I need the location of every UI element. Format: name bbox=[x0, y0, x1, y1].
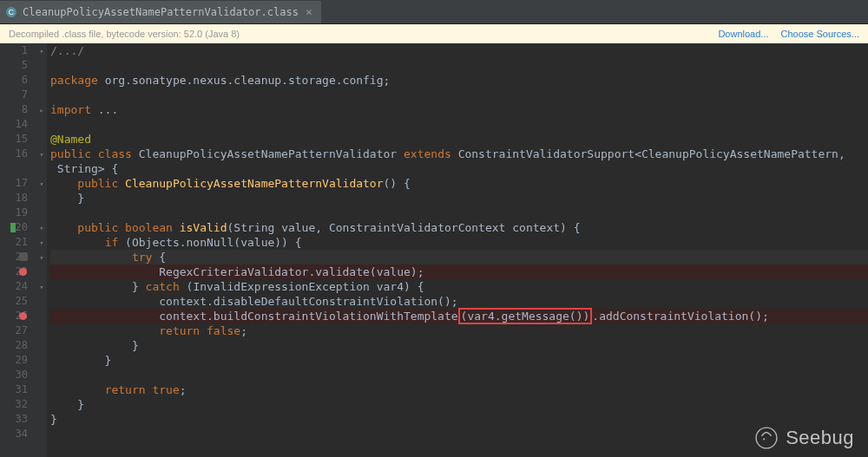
decompiled-banner: Decompiled .class file, bytecode version… bbox=[0, 24, 868, 43]
code-line[interactable] bbox=[50, 58, 868, 73]
code-line[interactable]: context.disableDefaultConstraintViolatio… bbox=[50, 294, 868, 309]
code-line[interactable]: return true; bbox=[50, 382, 868, 397]
fold-gutter[interactable] bbox=[36, 43, 47, 457]
code-line[interactable]: RegexCriteriaValidator.validate(value); bbox=[50, 264, 868, 279]
banner-text: Decompiled .class file, bytecode version… bbox=[9, 29, 240, 39]
line-number-gutter: 1567814151617181920212223242526272829303… bbox=[0, 43, 36, 457]
svg-point-3 bbox=[763, 438, 765, 440]
code-line[interactable]: context.buildConstraintViolationWithTemp… bbox=[50, 309, 868, 323]
download-link[interactable]: Download... bbox=[718, 29, 768, 39]
code-line[interactable] bbox=[50, 117, 868, 132]
code-line[interactable]: String> { bbox=[50, 161, 868, 176]
choose-sources-link[interactable]: Choose Sources... bbox=[781, 29, 860, 39]
close-icon[interactable]: × bbox=[304, 7, 314, 17]
seebug-watermark: Seebug bbox=[754, 426, 854, 450]
code-line[interactable]: } bbox=[50, 353, 868, 368]
code-line[interactable]: public boolean isValid(String value, Con… bbox=[50, 220, 868, 235]
code-line[interactable] bbox=[50, 88, 868, 102]
code-line[interactable]: return false; bbox=[50, 323, 868, 338]
code-line[interactable]: } bbox=[50, 412, 868, 427]
code-line[interactable]: @Named bbox=[50, 132, 868, 147]
code-line[interactable]: /.../ bbox=[50, 43, 868, 58]
code-line[interactable]: } bbox=[50, 338, 868, 353]
code-line[interactable]: } catch (InvalidExpressionException var4… bbox=[50, 279, 868, 294]
code-line[interactable]: public CleanupPolicyAssetNamePatternVali… bbox=[50, 176, 868, 191]
svg-text:C: C bbox=[9, 8, 15, 16]
editor[interactable]: 1567814151617181920212223242526272829303… bbox=[0, 43, 868, 457]
code-line[interactable] bbox=[50, 427, 868, 441]
code-line[interactable] bbox=[50, 368, 868, 382]
code-line[interactable]: if (Objects.nonNull(value)) { bbox=[50, 235, 868, 250]
code-line[interactable]: } bbox=[50, 397, 868, 412]
tab-bar: C CleanupPolicyAssetNamePatternValidator… bbox=[0, 0, 868, 24]
code-area[interactable]: /.../package org.sonatype.nexus.cleanup.… bbox=[47, 43, 868, 457]
code-line[interactable]: package org.sonatype.nexus.cleanup.stora… bbox=[50, 73, 868, 88]
code-line[interactable]: public class CleanupPolicyAssetNamePatte… bbox=[50, 147, 868, 161]
code-line[interactable] bbox=[50, 206, 868, 220]
code-line[interactable]: import ... bbox=[50, 102, 868, 117]
svg-point-2 bbox=[756, 428, 777, 448]
code-line[interactable]: } bbox=[50, 191, 868, 206]
file-tab[interactable]: C CleanupPolicyAssetNamePatternValidator… bbox=[0, 1, 321, 23]
tab-label: CleanupPolicyAssetNamePatternValidator.c… bbox=[23, 6, 299, 18]
class-file-icon: C bbox=[5, 6, 17, 18]
code-line[interactable]: try { bbox=[50, 250, 868, 264]
